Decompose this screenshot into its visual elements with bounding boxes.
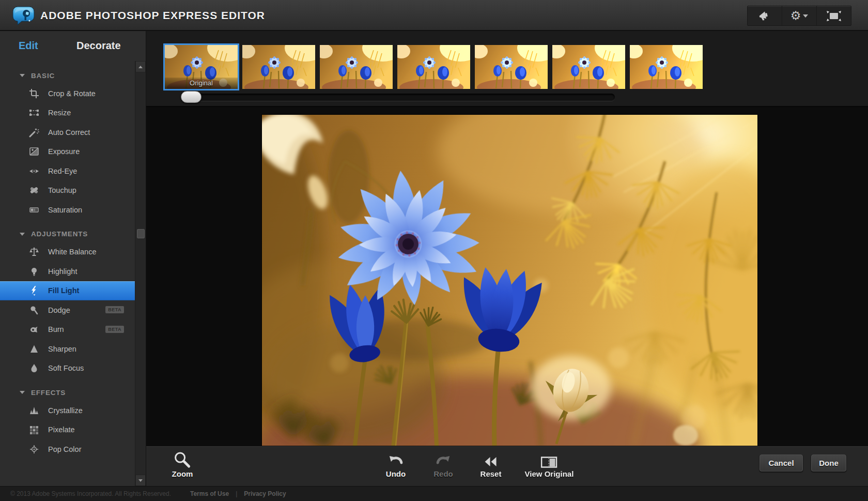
- sidebar-item-label: Auto Correct: [48, 128, 90, 136]
- bottom-toolbar: Zoom Undo Redo Reset View Original: [146, 446, 868, 486]
- resize-icon: [29, 108, 39, 118]
- undo-button[interactable]: Undo: [386, 451, 406, 478]
- thumbnail-variant-7[interactable]: [630, 45, 703, 89]
- fill-light-slider-handle[interactable]: [181, 91, 202, 103]
- triangle-down-icon: [20, 74, 25, 77]
- photoshop-express-editor-window: ADOBE PHOTOSHOP EXPRESS EDITOR ⚙: [0, 0, 868, 501]
- sidebar-item-soft-focus[interactable]: Soft Focus: [0, 359, 135, 378]
- sidebar-item-sharpen[interactable]: Sharpen: [0, 339, 135, 359]
- pixel-grid-icon: [29, 424, 39, 435]
- reset-button[interactable]: Reset: [481, 451, 502, 478]
- sidebar-item-label: Pixelate: [48, 426, 75, 434]
- thumbnail-label: Original: [165, 78, 238, 89]
- sidebar-item-pop-color[interactable]: Pop Color: [0, 439, 135, 459]
- lightbulb-icon: [29, 266, 39, 277]
- sidebar-item-dodge[interactable]: Dodge BETA: [0, 300, 135, 320]
- sidebar-item-crystallize[interactable]: Crystallize: [0, 401, 135, 420]
- gear-icon: ⚙: [791, 10, 801, 22]
- sidebar-item-label: White Balance: [48, 248, 97, 256]
- editing-canvas: [146, 106, 868, 446]
- saturation-icon: [29, 205, 39, 215]
- thumbnail-variant-2[interactable]: [242, 45, 315, 89]
- done-button[interactable]: Done: [811, 454, 846, 472]
- section-header-effects[interactable]: EFFECTS: [0, 384, 146, 401]
- bandage-icon: [29, 185, 39, 195]
- topbar: ADOBE PHOTOSHOP EXPRESS EDITOR ⚙: [0, 0, 868, 31]
- section-header-basic[interactable]: BASIC: [0, 67, 146, 84]
- sidebar-item-pixelate[interactable]: Pixelate: [0, 420, 135, 440]
- sidebar-item-exposure[interactable]: Exposure: [0, 142, 135, 162]
- sharpen-triangle-icon: [29, 344, 39, 354]
- sidebar-item-auto-correct[interactable]: Auto Correct: [0, 123, 135, 142]
- redo-button[interactable]: Redo: [433, 451, 453, 478]
- scroll-up-button[interactable]: [135, 61, 146, 72]
- sidebar-item-highlight[interactable]: Highlight: [0, 262, 135, 281]
- sidebar-item-label: Crystallize: [48, 406, 83, 415]
- sidebar-item-red-eye[interactable]: Red-Eye: [0, 161, 135, 181]
- sidebar-item-crop-rotate[interactable]: Crop & Rotate: [0, 84, 135, 103]
- sidebar-item-saturation[interactable]: Saturation: [0, 200, 135, 220]
- footer-separator: |: [236, 490, 237, 497]
- sidebar-item-fill-light[interactable]: Fill Light: [0, 281, 135, 301]
- sidebar-item-resize[interactable]: Resize: [0, 103, 135, 123]
- sidebar-item-label: Burn: [48, 325, 64, 333]
- tab-edit[interactable]: Edit: [19, 31, 38, 58]
- section-label: ADJUSTMENTS: [31, 230, 88, 238]
- compare-split-icon: [525, 451, 574, 468]
- crop-icon: [29, 88, 39, 99]
- scroll-thumb[interactable]: [137, 229, 145, 238]
- droplet-icon: [29, 363, 39, 373]
- burn-tool-icon: [29, 324, 39, 335]
- scroll-down-button[interactable]: [135, 475, 146, 486]
- triangle-down-icon: [138, 479, 143, 482]
- lightning-bolt-icon: [29, 285, 39, 296]
- sidebar-item-label: Saturation: [48, 206, 82, 214]
- sidebar-item-label: Sharpen: [48, 345, 76, 353]
- announcements-button[interactable]: [748, 6, 782, 25]
- thumbnail-variant-6[interactable]: [552, 45, 625, 89]
- sidebar-item-burn[interactable]: Burn BETA: [0, 320, 135, 340]
- rewind-icon: [481, 451, 502, 468]
- triangle-down-icon: [20, 233, 25, 236]
- sidebar-scrollbar[interactable]: [135, 61, 146, 486]
- dodge-tool-icon: [29, 305, 39, 315]
- section-header-adjustments[interactable]: ADJUSTMENTS: [0, 226, 146, 242]
- thumbnail-original[interactable]: Original: [165, 45, 238, 89]
- sidebar: Edit Decorate BASIC Crop & Rotate Resize…: [0, 31, 146, 486]
- triangle-up-icon: [138, 66, 143, 68]
- sidebar-item-label: Touchup: [48, 186, 76, 194]
- footer-links: Terms of Use | Privacy Policy: [190, 490, 286, 497]
- filmstrip: Original: [146, 31, 868, 106]
- sidebar-item-touchup[interactable]: Touchup: [0, 181, 135, 201]
- sidebar-item-label: Resize: [48, 109, 71, 117]
- fullscreen-icon: [825, 10, 843, 22]
- privacy-policy-link[interactable]: Privacy Policy: [244, 490, 286, 497]
- undo-icon: [386, 451, 406, 468]
- thumbnail-variant-5[interactable]: [475, 45, 548, 89]
- thumbnail-variant-4[interactable]: [397, 45, 470, 89]
- scales-icon: [29, 247, 39, 257]
- magnifier-icon: [172, 451, 193, 468]
- caret-down-icon: [803, 14, 808, 18]
- tab-decorate[interactable]: Decorate: [76, 31, 121, 58]
- redo-icon: [433, 451, 453, 468]
- section-label: BASIC: [31, 72, 55, 80]
- fullscreen-button[interactable]: [816, 6, 851, 25]
- crystallize-icon: [29, 405, 39, 416]
- sidebar-item-label: Pop Color: [48, 445, 81, 453]
- sidebar-item-white-balance[interactable]: White Balance: [0, 242, 135, 262]
- settings-button[interactable]: ⚙: [782, 6, 816, 25]
- sidebar-tabs: Edit Decorate: [0, 31, 146, 58]
- eye-icon: [29, 166, 39, 176]
- triangle-down-icon: [20, 391, 25, 394]
- sidebar-item-label: Exposure: [48, 147, 80, 156]
- thumbnail-variant-3[interactable]: [320, 45, 393, 89]
- fill-light-slider-track[interactable]: [183, 94, 615, 101]
- sidebar-item-label: Soft Focus: [48, 364, 84, 372]
- photo-canvas[interactable]: [262, 115, 757, 446]
- cancel-button[interactable]: Cancel: [760, 454, 803, 472]
- view-original-button[interactable]: View Original: [525, 451, 574, 478]
- footer: © 2013 Adobe Systems Incorporated. All R…: [0, 486, 868, 501]
- terms-of-use-link[interactable]: Terms of Use: [190, 490, 229, 497]
- zoom-tool-button[interactable]: Zoom: [172, 451, 193, 478]
